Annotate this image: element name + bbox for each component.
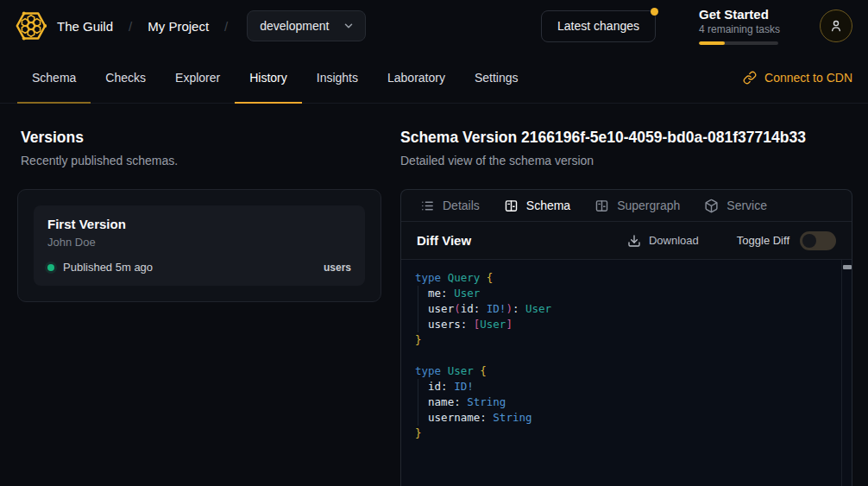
scrollbar[interactable]: [841, 260, 852, 486]
breadcrumb-separator: /: [129, 19, 132, 34]
top-bar: The Guild / My Project / development Lat…: [0, 0, 868, 52]
version-detail-panel: Schema Version 2166196f-5e10-4059-bd0a-0…: [400, 104, 868, 486]
latest-changes-button[interactable]: Latest changes: [541, 10, 656, 42]
detail-tabs: Details Schema Supergraph: [401, 190, 852, 222]
get-started-progress-bar: [699, 41, 778, 45]
version-detail-subtitle: Detailed view of the schema version: [400, 153, 852, 168]
notification-dot: [651, 8, 658, 16]
columns-icon: [504, 199, 519, 213]
tab-schema[interactable]: Schema: [492, 190, 582, 221]
hive-logo[interactable]: [16, 10, 47, 41]
version-status: Published 5m ago: [63, 261, 153, 274]
version-detail-box: Details Schema Supergraph: [400, 189, 852, 486]
tab-details[interactable]: Details: [408, 190, 492, 221]
tab-supergraph-label: Supergraph: [617, 199, 680, 212]
code-line: users: [User]: [415, 317, 827, 332]
nav-tab-schema[interactable]: Schema: [17, 52, 91, 103]
tab-details-label: Details: [443, 199, 480, 212]
breadcrumb-separator: /: [224, 19, 228, 34]
code-line: name: String: [415, 394, 827, 410]
get-started-subtitle: 4 remaining tasks: [699, 23, 778, 36]
tab-schema-label: Schema: [526, 199, 570, 212]
get-started-widget[interactable]: Get Started 4 remaining tasks: [699, 7, 778, 45]
download-label: Download: [649, 234, 699, 247]
link-icon: [743, 71, 757, 85]
code-block: type Query { me: User user(id: ID!): Use…: [401, 260, 852, 451]
connect-cdn-link[interactable]: Connect to CDN: [743, 52, 852, 103]
list-icon: [420, 199, 435, 213]
target-dropdown[interactable]: development: [247, 10, 366, 41]
nav-tab-laboratory[interactable]: Laboratory: [373, 52, 460, 103]
code-line: type User {: [415, 363, 827, 379]
chevron-down-icon: [343, 20, 355, 32]
scrollbar-thumb[interactable]: [843, 265, 852, 269]
switch-knob: [802, 234, 816, 248]
version-detail-title: Schema Version 2166196f-5e10-4059-bd0a-0…: [400, 128, 852, 147]
version-meta-row: Published 5m ago users: [47, 261, 351, 274]
versions-title: Versions: [21, 128, 381, 147]
breadcrumb-org[interactable]: The Guild: [57, 19, 113, 34]
code-line: username: String: [415, 410, 827, 426]
target-dropdown-value: development: [260, 19, 329, 33]
version-name: First Version: [47, 216, 351, 232]
version-list-item[interactable]: First Version John Doe Published 5m ago …: [34, 205, 365, 286]
nav-tab-explorer[interactable]: Explorer: [160, 52, 235, 103]
code-line: }: [415, 426, 827, 441]
code-line: user(id: ID!): User: [415, 301, 827, 317]
diff-view-title: Diff View: [417, 233, 471, 248]
toggle-diff-switch[interactable]: [800, 231, 836, 250]
avatar[interactable]: [820, 9, 852, 42]
progress-fill: [699, 41, 725, 45]
versions-subtitle: Recently published schemas.: [21, 153, 381, 168]
tab-supergraph[interactable]: Supergraph: [582, 190, 692, 221]
latest-changes-label: Latest changes: [557, 19, 639, 33]
version-author: John Doe: [47, 235, 351, 249]
nav-tab-settings[interactable]: Settings: [460, 52, 533, 103]
nav-tab-insights[interactable]: Insights: [302, 52, 373, 103]
versions-panel: Versions Recently published schemas. Fir…: [0, 104, 400, 486]
breadcrumb-project[interactable]: My Project: [148, 19, 209, 34]
code-line: type Query {: [415, 270, 827, 286]
cube-icon: [704, 199, 719, 213]
tab-service-label: Service: [726, 199, 767, 212]
code-line: me: User: [415, 286, 827, 301]
published-status-dot: [47, 264, 54, 271]
tab-service[interactable]: Service: [692, 190, 779, 221]
main-nav: Schema Checks Explorer History Insights …: [0, 52, 868, 104]
nav-tab-checks[interactable]: Checks: [91, 52, 160, 103]
code-viewer: type Query { me: User user(id: ID!): Use…: [401, 260, 852, 486]
diff-toolbar: Diff View Download Toggle Diff: [401, 222, 852, 260]
toggle-diff-label: Toggle Diff: [737, 234, 789, 247]
breadcrumb: The Guild / My Project / development: [57, 10, 366, 41]
download-button[interactable]: Download: [627, 234, 699, 248]
code-line: id: ID!: [415, 379, 827, 394]
user-icon: [828, 18, 844, 34]
columns-icon: [594, 199, 609, 213]
version-service-badge: users: [324, 262, 351, 274]
get-started-title: Get Started: [699, 7, 778, 22]
connect-cdn-label: Connect to CDN: [764, 71, 852, 85]
download-icon: [627, 234, 641, 248]
code-line: }: [415, 332, 827, 348]
code-line: [415, 348, 827, 363]
nav-tab-history[interactable]: History: [235, 52, 302, 103]
versions-card: First Version John Doe Published 5m ago …: [17, 189, 381, 302]
main-content: Versions Recently published schemas. Fir…: [0, 104, 868, 486]
